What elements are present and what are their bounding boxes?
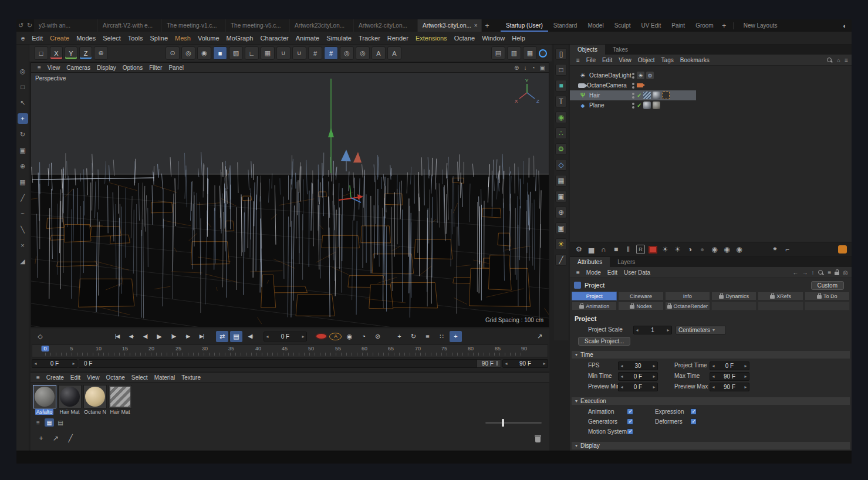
spline-icon[interactable]: ~ bbox=[18, 208, 28, 219]
tab-attributes[interactable]: Attributes bbox=[570, 257, 610, 267]
custom-button[interactable]: Custom bbox=[811, 281, 844, 290]
check-icon[interactable]: ✓ bbox=[637, 102, 641, 109]
render-region-icon[interactable]: ◎ bbox=[181, 46, 195, 60]
wrench-icon[interactable]: ⌐ bbox=[783, 245, 792, 254]
vp-menu-view[interactable]: View bbox=[45, 65, 63, 71]
object-row-octanedaylight[interactable]: ☀ OctaneDayLight ☀ ⚙ bbox=[570, 70, 852, 80]
layout-tab-uvedit[interactable]: UV Edit bbox=[636, 19, 666, 32]
menu-render[interactable]: Render bbox=[384, 35, 412, 42]
next-key-button[interactable]: ∙▶ bbox=[181, 331, 194, 342]
pause-icon[interactable]: ‖ bbox=[624, 245, 633, 254]
list-view-icon[interactable]: ≡ bbox=[33, 418, 43, 427]
viewport-menu-icon[interactable]: ≡ bbox=[35, 65, 44, 71]
layout-tab-startup[interactable]: Startup (User) bbox=[501, 19, 548, 32]
dark-sphere-icon[interactable]: ● bbox=[698, 245, 707, 254]
close-tab-icon[interactable]: × bbox=[474, 22, 478, 29]
object-name[interactable]: Plane bbox=[589, 102, 604, 109]
axis-mode-icon[interactable]: ∟ bbox=[245, 46, 259, 60]
history-icon[interactable]: ◔ bbox=[532, 65, 535, 71]
menu-extensions[interactable]: Extensions bbox=[412, 35, 451, 42]
display-section-header[interactable]: Display bbox=[571, 441, 850, 450]
menu-select[interactable]: Select bbox=[99, 35, 124, 42]
redo-icon[interactable]: ↻ bbox=[25, 22, 34, 29]
attr-tab-animation[interactable]: Animation bbox=[572, 302, 617, 310]
vp-menu-panel[interactable]: Panel bbox=[166, 65, 187, 71]
doc-tab[interactable]: y3-with an... bbox=[34, 19, 98, 32]
tab-layers[interactable]: Layers bbox=[610, 257, 643, 267]
snap-scale-icon[interactable]: ∪ bbox=[292, 46, 306, 60]
keyframe-dot-icon[interactable]: ◉ bbox=[343, 331, 356, 342]
mat-menu-edit[interactable]: Edit bbox=[67, 374, 83, 381]
target-icon[interactable]: ◎ bbox=[340, 46, 354, 60]
vp-menu-display[interactable]: Display bbox=[94, 65, 119, 71]
stepper-left-icon[interactable]: ◂ bbox=[503, 361, 509, 366]
burst-icon[interactable]: * bbox=[771, 245, 779, 254]
doc-tab-active[interactable]: Artwork3-cityLon... × bbox=[418, 19, 482, 32]
mat-menu-create[interactable]: Create bbox=[43, 374, 67, 381]
panel-icon[interactable]: ▣ bbox=[540, 65, 545, 71]
record-parameter-icon[interactable]: ≡ bbox=[421, 331, 434, 342]
target-circle-icon[interactable]: ◎ bbox=[843, 269, 848, 276]
axis-z-button[interactable]: Z bbox=[79, 46, 92, 60]
layout-tab-sculpt[interactable]: Sculpt bbox=[609, 19, 636, 32]
frame-all-icon[interactable]: ↓ bbox=[524, 65, 527, 71]
instance-icon[interactable]: ▣ bbox=[555, 191, 567, 202]
light-icon[interactable]: ☀ bbox=[555, 238, 567, 250]
tab-objects[interactable]: Objects bbox=[570, 45, 605, 55]
phong-tag-icon[interactable] bbox=[643, 102, 651, 109]
autokey-button[interactable]: A bbox=[329, 333, 342, 340]
mat-menu-texture[interactable]: Texture bbox=[178, 374, 204, 381]
coords-icon[interactable]: ▦ bbox=[18, 177, 28, 187]
array-icon[interactable]: ▦ bbox=[555, 175, 567, 187]
volume-cube-icon[interactable]: ■ bbox=[555, 80, 567, 92]
levels-icon[interactable]: ▅ bbox=[587, 245, 596, 254]
playhead-marker[interactable]: 0 bbox=[41, 346, 49, 351]
attr-tab-cineware[interactable]: Cineware bbox=[618, 292, 663, 300]
shape-icon[interactable]: □ bbox=[555, 64, 567, 76]
menu-modes[interactable]: Modes bbox=[73, 35, 99, 42]
attr-menu-mode[interactable]: Mode bbox=[583, 269, 604, 276]
layout-b-icon[interactable]: ▥ bbox=[507, 46, 521, 60]
pen-icon[interactable]: ╱ bbox=[18, 192, 28, 203]
half-sphere-icon[interactable]: ◑ bbox=[685, 245, 694, 254]
timeline-ruler[interactable]: 0 5 10 15 20 25 30 35 40 45 50 55 60 65 … bbox=[32, 344, 548, 357]
material-item[interactable]: Octane N bbox=[83, 385, 107, 415]
grid-view-icon[interactable]: ▦ bbox=[45, 418, 54, 427]
visibility-dots-icon[interactable] bbox=[632, 102, 635, 109]
record-button[interactable] bbox=[315, 333, 327, 340]
stepper-left-icon[interactable]: ◂ bbox=[32, 361, 39, 366]
add-document-tab-button[interactable]: + bbox=[482, 22, 492, 30]
viewport-scene[interactable]: XYZ Perspective Grid Spacing : 100 cm bbox=[31, 73, 549, 327]
fps-field[interactable]: ◂30▸ bbox=[618, 361, 658, 370]
visibility-dots-icon[interactable] bbox=[632, 82, 635, 89]
check-icon[interactable]: ✓ bbox=[637, 92, 641, 99]
text-tool-icon[interactable]: T bbox=[555, 96, 567, 107]
menu-spline[interactable]: Spline bbox=[146, 35, 171, 42]
arrow-right-icon[interactable]: → bbox=[802, 269, 808, 276]
snap-key-icon[interactable]: + bbox=[450, 331, 462, 342]
vp-menu-filter[interactable]: Filter bbox=[146, 65, 165, 71]
object-name[interactable]: Hair bbox=[589, 92, 600, 99]
orange-chip-icon[interactable] bbox=[838, 245, 847, 253]
tab-takes[interactable]: Takes bbox=[605, 45, 636, 55]
sphere-arrow-icon[interactable]: ◉ bbox=[735, 245, 744, 254]
object-row-octanecamera[interactable]: OctaneCamera bbox=[570, 80, 852, 90]
r-icon[interactable]: R bbox=[636, 245, 645, 254]
add-layout-button[interactable]: + bbox=[719, 22, 729, 30]
sketch-icon[interactable]: ╲ bbox=[18, 224, 28, 235]
slider-knob[interactable] bbox=[502, 419, 504, 427]
pen-cube-icon[interactable]: ▧ bbox=[229, 46, 243, 60]
doc-tab[interactable]: Artwork23cityLon... bbox=[290, 19, 354, 32]
material-item[interactable]: Asfalto bbox=[32, 385, 56, 415]
workplane-icon[interactable]: ▦ bbox=[261, 46, 275, 60]
field-icon[interactable]: ◇ bbox=[555, 159, 567, 171]
project-time-field[interactable]: ◂0 F▸ bbox=[710, 361, 749, 370]
layout-c-icon[interactable]: ▦ bbox=[523, 46, 537, 60]
gear-icon[interactable]: ⚙ bbox=[575, 245, 583, 254]
prev-frame-button[interactable]: ◀| bbox=[139, 331, 151, 342]
globe-icon[interactable]: ⊕ bbox=[555, 207, 567, 218]
menu-tracker[interactable]: Tracker bbox=[355, 35, 384, 42]
live-viewer-icon[interactable] bbox=[649, 246, 657, 253]
record-pla-icon[interactable]: ∷ bbox=[435, 331, 448, 342]
layout-tab-paint[interactable]: Paint bbox=[666, 19, 690, 32]
